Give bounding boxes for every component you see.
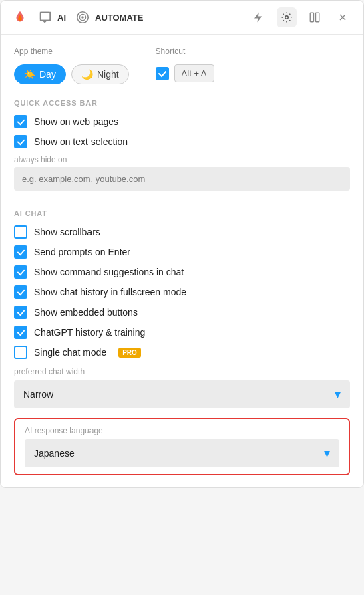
sun-icon: ☀️	[24, 69, 35, 80]
show-on-web-pages-checkbox[interactable]	[14, 115, 27, 128]
always-hide-input[interactable]	[14, 167, 350, 191]
send-prompts-checkbox[interactable]	[14, 245, 27, 259]
automate-nav-label: AUTOMATE	[95, 13, 143, 23]
show-command-suggestions-label: Show command suggestions in chat	[34, 267, 184, 277]
chat-bubble-icon	[37, 9, 54, 26]
shortcut-row: Alt + A	[156, 64, 214, 82]
settings-content: App theme ☀️ Day 🌙 Night Shortcut	[1, 35, 363, 487]
preferred-width-value: Narrow	[23, 389, 53, 400]
show-scrollbars-row: Show scrollbars	[14, 225, 350, 239]
night-label: Night	[97, 69, 119, 80]
show-scrollbars-label: Show scrollbars	[34, 227, 100, 237]
flame-icon[interactable]	[11, 9, 29, 26]
preferred-width-label: preferred chat width	[14, 367, 350, 376]
automate-nav-item[interactable]: AUTOMATE	[74, 9, 143, 26]
app-theme-label: App theme	[14, 47, 129, 56]
show-on-text-selection-checkbox[interactable]	[14, 135, 27, 148]
shortcut-group: Shortcut Alt + A	[156, 47, 214, 82]
show-chat-history-label: Show chat history in fullscreen mode	[34, 287, 186, 298]
show-command-suggestions-checkbox[interactable]	[14, 265, 27, 279]
preferred-width-chevron-icon: ▾	[335, 387, 341, 402]
settings-nav-button[interactable]	[277, 7, 297, 27]
nav-bar: AI AUTOMATE	[1, 1, 363, 35]
quick-access-bar-label: QUICK ACCESS BAR	[14, 99, 350, 107]
theme-buttons: ☀️ Day 🌙 Night	[14, 64, 129, 84]
settings-panel: AI AUTOMATE	[0, 0, 364, 488]
svg-rect-5	[310, 13, 313, 22]
shortcut-checkbox[interactable]	[156, 67, 169, 80]
ai-chat-label: AI CHAT	[14, 209, 350, 217]
show-scrollbars-checkbox[interactable]	[14, 225, 27, 239]
svg-rect-0	[41, 13, 51, 21]
ai-response-language-label: AI response language	[25, 426, 339, 435]
ai-response-language-section: AI response language Japanese ▾	[14, 418, 350, 475]
show-on-text-selection-label: Show on text selection	[34, 136, 128, 147]
layout-nav-button[interactable]	[305, 7, 325, 27]
show-embedded-buttons-label: Show embedded buttons	[34, 307, 138, 318]
day-theme-button[interactable]: ☀️ Day	[14, 64, 66, 84]
show-chat-history-row: Show chat history in fullscreen mode	[14, 285, 350, 299]
chatgpt-history-row: ChatGPT history & training	[14, 326, 350, 339]
chatgpt-history-checkbox[interactable]	[14, 326, 27, 339]
night-theme-button[interactable]: 🌙 Night	[71, 64, 129, 84]
shortcut-key-display: Alt + A	[174, 64, 214, 82]
close-nav-button[interactable]	[333, 7, 353, 27]
send-prompts-label: Send prompts on Enter	[34, 247, 130, 257]
theme-shortcut-row: App theme ☀️ Day 🌙 Night Shortcut	[14, 47, 350, 84]
single-chat-mode-checkbox[interactable]	[14, 346, 27, 359]
show-on-web-pages-row: Show on web pages	[14, 115, 350, 128]
single-chat-mode-label: Single chat mode	[34, 347, 106, 358]
show-command-suggestions-row: Show command suggestions in chat	[14, 265, 350, 279]
bolt-nav-button[interactable]	[248, 7, 268, 27]
show-on-web-pages-label: Show on web pages	[34, 116, 118, 127]
preferred-width-dropdown[interactable]: Narrow ▾	[14, 380, 350, 408]
always-hide-on-label: always hide on	[14, 155, 350, 164]
show-on-text-selection-row: Show on text selection	[14, 135, 350, 148]
show-embedded-buttons-checkbox[interactable]	[14, 306, 27, 319]
automate-circle-icon	[74, 9, 92, 26]
ai-nav-label: AI	[57, 13, 66, 23]
single-chat-mode-row: Single chat mode PRO	[14, 346, 350, 359]
svg-rect-6	[316, 13, 319, 22]
moon-icon: 🌙	[81, 69, 93, 80]
chatgpt-history-label: ChatGPT history & training	[34, 327, 145, 338]
ai-response-language-chevron-icon: ▾	[324, 446, 330, 461]
app-theme-group: App theme ☀️ Day 🌙 Night	[14, 47, 129, 84]
show-chat-history-checkbox[interactable]	[14, 285, 27, 299]
svg-point-4	[285, 16, 289, 19]
svg-point-3	[81, 16, 84, 19]
pro-badge: PRO	[118, 348, 141, 358]
ai-response-language-value: Japanese	[34, 448, 75, 459]
ai-response-language-dropdown[interactable]: Japanese ▾	[25, 439, 339, 467]
day-label: Day	[39, 69, 56, 80]
chat-nav-item[interactable]: AI	[37, 9, 66, 26]
shortcut-label: Shortcut	[156, 47, 214, 56]
ai-chat-section: AI CHAT Show scrollbars Send prompts on …	[14, 209, 350, 475]
show-embedded-buttons-row: Show embedded buttons	[14, 306, 350, 319]
send-prompts-row: Send prompts on Enter	[14, 245, 350, 259]
